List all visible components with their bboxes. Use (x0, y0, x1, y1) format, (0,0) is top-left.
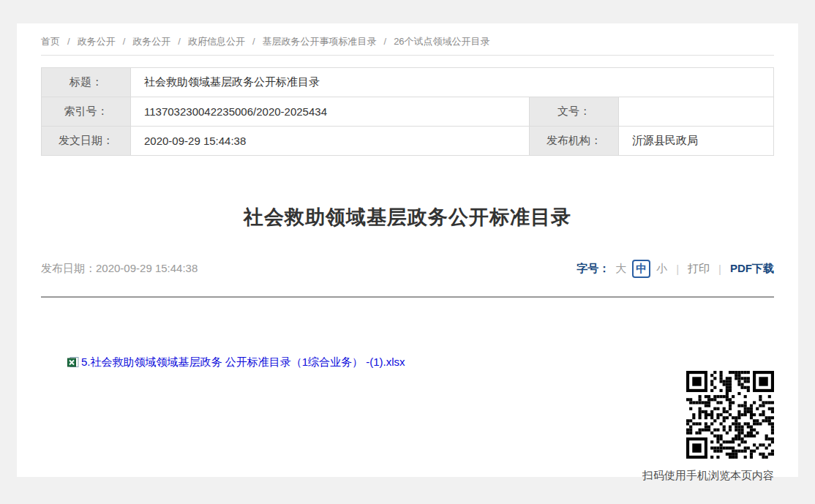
breadcrumb-separator: / (178, 36, 181, 47)
breadcrumb: 首页/政务公开/政务公开/政府信息公开/基层政务公开事项标准目录/26个试点领域… (41, 23, 774, 48)
breadcrumb-separator: / (384, 36, 387, 47)
meta-agency-value: 沂源县民政局 (619, 127, 774, 156)
fontsize-medium-button[interactable]: 中 (632, 260, 650, 278)
document-meta-table: 标题： 社会救助领域基层政务公开标准目录 索引号： 11370323004223… (41, 67, 774, 156)
meta-agency-label: 发布机构： (530, 127, 619, 156)
qr-caption: 扫码使用手机浏览本页内容 (642, 469, 774, 483)
breadcrumb-separator: / (252, 36, 255, 47)
article-body: 5.社会救助领域领域基层政务 公开标准目录（1综合业务） -(1).xlsx 扫… (41, 355, 774, 483)
pdf-download-button[interactable]: PDF下载 (730, 262, 774, 276)
breadcrumb-separator: / (67, 36, 70, 47)
publish-date: 发布日期：2020-09-29 15:44:38 (41, 262, 198, 276)
table-row: 发文日期： 2020-09-29 15:44:38 发布机构： 沂源县民政局 (42, 127, 774, 156)
fontsize-label: 字号： (576, 262, 609, 276)
content-card: 首页/政务公开/政务公开/政府信息公开/基层政务公开事项标准目录/26个试点领域… (17, 23, 798, 477)
attachment-row: 5.社会救助领域领域基层政务 公开标准目录（1综合业务） -(1).xlsx (67, 355, 405, 369)
article-info-row: 发布日期：2020-09-29 15:44:38 字号： 大 中 小 | 打印 … (41, 258, 774, 279)
meta-index-label: 索引号： (42, 97, 131, 127)
table-row: 标题： 社会救助领域基层政务公开标准目录 (42, 68, 774, 97)
article-toolbar: 字号： 大 中 小 | 打印 | PDF下载 (576, 260, 774, 278)
meta-title-label: 标题： (42, 68, 131, 97)
toolbar-separator: | (676, 263, 679, 275)
breadcrumb-separator: / (123, 36, 126, 47)
breadcrumb-item-zwgk-2[interactable]: 政务公开 (132, 36, 170, 47)
breadcrumb-divider (41, 55, 774, 56)
meta-issuedate-label: 发文日期： (42, 127, 131, 156)
title-divider (41, 296, 774, 298)
table-row: 索引号： 113703230042235006/2020-2025434 文号： (42, 97, 774, 127)
meta-index-value: 113703230042235006/2020-2025434 (131, 97, 530, 127)
print-button[interactable]: 打印 (688, 262, 710, 276)
excel-file-icon (67, 357, 79, 368)
fontsize-small-button[interactable]: 小 (656, 262, 667, 276)
qr-block: 扫码使用手机浏览本页内容 (642, 371, 774, 483)
breadcrumb-item-pilot-catalog[interactable]: 26个试点领域公开目录 (394, 36, 489, 47)
breadcrumb-item-zwgk-1[interactable]: 政务公开 (78, 36, 116, 47)
breadcrumb-item-standard-catalog[interactable]: 基层政务公开事项标准目录 (263, 36, 377, 47)
meta-docnumber-label: 文号： (530, 97, 619, 127)
meta-title-value: 社会救助领域基层政务公开标准目录 (131, 68, 774, 97)
qr-code (686, 371, 774, 459)
breadcrumb-item-home[interactable]: 首页 (41, 36, 60, 47)
toolbar-separator: | (718, 263, 721, 275)
page-title: 社会救助领域基层政务公开标准目录 (41, 204, 774, 230)
meta-issuedate-value: 2020-09-29 15:44:38 (131, 127, 530, 156)
attachment-link[interactable]: 5.社会救助领域领域基层政务 公开标准目录（1综合业务） -(1).xlsx (81, 356, 405, 369)
meta-docnumber-value (619, 97, 774, 127)
fontsize-large-button[interactable]: 大 (615, 262, 626, 276)
breadcrumb-item-gov-info[interactable]: 政府信息公开 (188, 36, 245, 47)
